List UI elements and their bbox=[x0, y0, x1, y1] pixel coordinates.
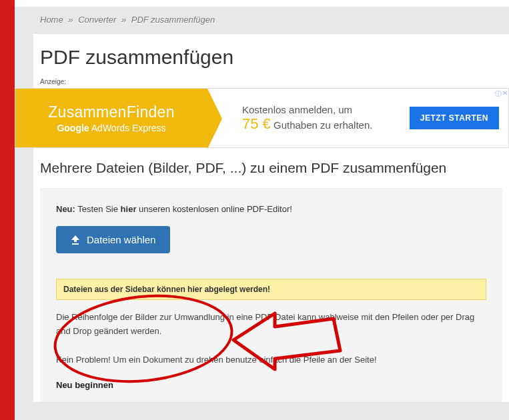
info-text-1: Die Reihenfolge der Bilder zur Umwandlun… bbox=[56, 311, 486, 339]
editor-promo: Neu: Testen Sie hier unseren kostenlosen… bbox=[56, 204, 486, 214]
left-accent-bar bbox=[0, 0, 15, 420]
ad-label: Anzeige: bbox=[33, 78, 509, 88]
ad-text-line1: Kostenlos anmelden, um bbox=[242, 104, 400, 115]
ad-cta-wrap: JETZT STARTEN bbox=[400, 89, 508, 147]
page-container: Home » Converter » PDF zusammenfügen PDF… bbox=[15, 0, 509, 420]
info-text-2: Kein Problem! Um ein Dokument zu drehen … bbox=[56, 353, 486, 367]
ad-brand-line1: ZusammenFinden bbox=[48, 103, 175, 121]
choose-files-button[interactable]: Dateien wählen bbox=[56, 226, 170, 253]
breadcrumb-sep: » bbox=[68, 15, 73, 25]
upload-icon bbox=[71, 235, 80, 245]
top-spacer bbox=[15, 0, 509, 7]
ad-text-line2: 75 € Guthaben zu erhalten. bbox=[242, 115, 400, 133]
ad-brand-panel: ZusammenFinden Google AdWords Express bbox=[15, 89, 207, 147]
ad-close-icon[interactable]: ✕ bbox=[502, 89, 508, 99]
section-title: Mehrere Dateien (Bilder, PDF, ...) zu ei… bbox=[40, 160, 502, 176]
upload-box: Neu: Testen Sie hier unseren kostenlosen… bbox=[40, 188, 502, 402]
ad-cta-button[interactable]: JETZT STARTEN bbox=[410, 107, 499, 129]
choose-files-label: Dateien wählen bbox=[87, 234, 155, 245]
ad-controls: ⓘ ✕ bbox=[495, 89, 508, 99]
breadcrumb-current: PDF zusammenfügen bbox=[131, 15, 215, 25]
merge-section: Mehrere Dateien (Bilder, PDF, ...) zu ei… bbox=[33, 148, 509, 402]
breadcrumb-link-converter[interactable]: Converter bbox=[78, 15, 116, 25]
ad-text: Kostenlos anmelden, um 75 € Guthaben zu … bbox=[207, 89, 400, 147]
page-title: PDF zusammenfügen bbox=[33, 46, 509, 78]
breadcrumb: Home » Converter » PDF zusammenfügen bbox=[15, 7, 509, 31]
drop-hint: Dateien aus der Sidebar können hier abge… bbox=[56, 279, 486, 300]
breadcrumb-sep: » bbox=[121, 15, 126, 25]
ad-brand-line2: Google AdWords Express bbox=[57, 123, 165, 133]
restart-link[interactable]: Neu beginnen bbox=[56, 380, 486, 390]
ad-banner[interactable]: ⓘ ✕ ZusammenFinden Google AdWords Expres… bbox=[15, 88, 509, 148]
breadcrumb-link-home[interactable]: Home bbox=[40, 15, 63, 25]
ad-info-icon[interactable]: ⓘ bbox=[495, 89, 502, 99]
content-panel: PDF zusammenfügen Anzeige: ⓘ ✕ ZusammenF… bbox=[33, 34, 509, 402]
